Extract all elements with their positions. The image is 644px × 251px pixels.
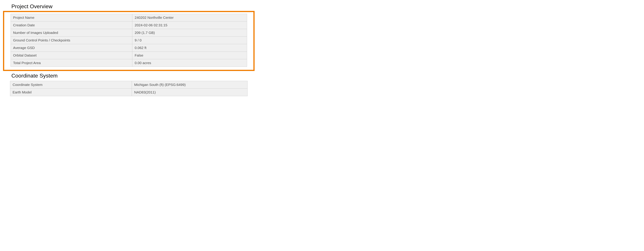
table-row: Orbital Dataset False (11, 52, 247, 59)
row-label: Number of Images Uploaded (11, 29, 132, 36)
table-row: Number of Images Uploaded 209 (1.7 GB) (11, 29, 247, 36)
row-value: NAD83(2011) (132, 88, 248, 96)
table-row: Total Project Area 0.00 acres (11, 59, 247, 67)
row-label: Ground Control Points / Checkpoints (11, 36, 132, 44)
row-value: 209 (1.7 GB) (132, 29, 247, 36)
row-value: 240202 Northville Center (132, 14, 247, 22)
row-label: Earth Model (10, 88, 132, 96)
row-label: Average GSD (11, 44, 132, 52)
row-value: False (132, 52, 247, 59)
row-label: Orbital Dataset (11, 52, 132, 59)
row-value: 9 / 0 (132, 36, 247, 44)
row-value: 0.062 ft (132, 44, 247, 52)
table-row: Project Name 240202 Northville Center (11, 14, 247, 22)
row-value: 2024-02-06 02:31:15 (132, 22, 247, 29)
table-row: Creation Date 2024-02-06 02:31:15 (11, 22, 247, 29)
row-label: Creation Date (11, 22, 132, 29)
coordinate-system-section: Coordinate System Coordinate System Mich… (10, 73, 248, 96)
table-row: Coordinate System Michigan South (ft) (E… (10, 81, 248, 88)
coordinate-system-heading: Coordinate System (12, 73, 248, 79)
row-label: Project Name (11, 14, 132, 22)
project-overview-highlight: Project Name 240202 Northville Center Cr… (3, 11, 254, 71)
report-page: Project Overview Project Name 240202 Nor… (0, 0, 258, 100)
row-value: 0.00 acres (132, 59, 247, 67)
project-overview-table: Project Name 240202 Northville Center Cr… (10, 14, 247, 67)
table-row: Earth Model NAD83(2011) (10, 88, 248, 96)
project-overview-heading: Project Overview (12, 0, 258, 10)
coordinate-system-table: Coordinate System Michigan South (ft) (E… (10, 81, 248, 96)
row-label: Coordinate System (10, 81, 132, 88)
row-value: Michigan South (ft) (EPSG:6499) (132, 81, 248, 88)
table-row: Average GSD 0.062 ft (11, 44, 247, 52)
row-label: Total Project Area (11, 59, 132, 67)
table-row: Ground Control Points / Checkpoints 9 / … (11, 36, 247, 44)
